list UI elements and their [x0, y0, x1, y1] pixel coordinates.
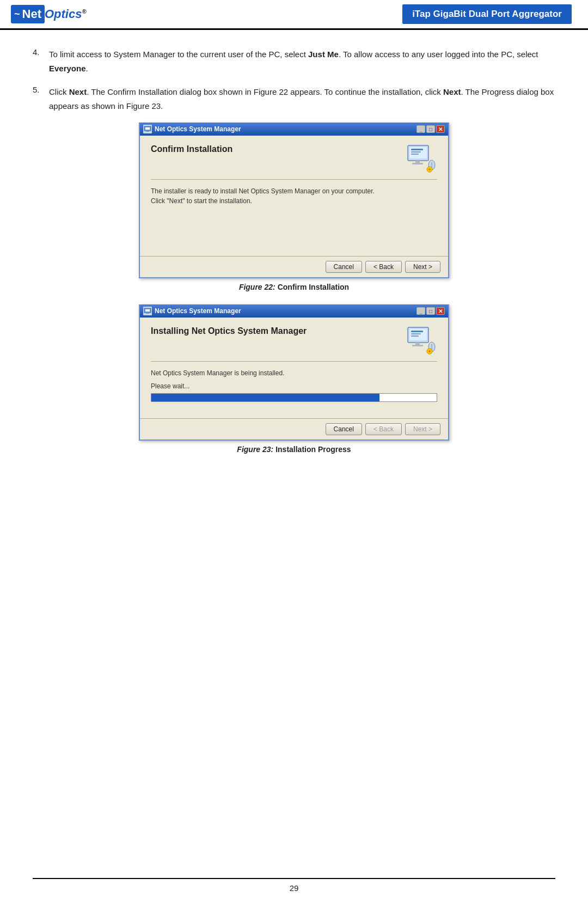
dialog1-section-title: Confirm Installation: [151, 144, 232, 154]
svg-rect-5: [411, 149, 423, 150]
dialog2-title: Net Optics System Manager: [155, 307, 241, 315]
dialog1-header-row: Confirm Installation: [151, 144, 437, 173]
dialog2-divider: [151, 361, 437, 362]
header-title: iTap GigaBit Dual Port Aggregator: [402, 4, 572, 24]
logo-net-text: Net: [22, 7, 41, 21]
dialog1-maximize-button[interactable]: □: [426, 125, 435, 133]
figure22-caption: Figure 22: Confirm Installation: [33, 283, 555, 291]
dialog2-titlebar: Net Optics System Manager _ □ ✕: [140, 304, 448, 318]
dialog1-cancel-button[interactable]: Cancel: [326, 261, 362, 273]
dialog1-window-controls[interactable]: _ □ ✕: [416, 125, 445, 133]
figure23-caption: Figure 23: Installation Progress: [33, 445, 555, 454]
dialog2-maximize-button[interactable]: □: [426, 307, 435, 315]
svg-rect-7: [411, 154, 419, 155]
dialog1-divider: [151, 179, 437, 180]
svg-rect-9: [412, 163, 423, 164]
dialog2-text1: Net Optics System Manager is being insta…: [151, 369, 437, 377]
dialog2-window-controls[interactable]: _ □ ✕: [416, 307, 445, 315]
dialog-confirm-installation: Net Optics System Manager _ □ ✕ Confirm …: [139, 123, 449, 278]
logo-optics-text: Optics®: [45, 7, 87, 21]
paragraph-4: 4. To limit access to System Manager to …: [33, 47, 555, 75]
svg-rect-15: [145, 309, 150, 312]
figure22-label: Figure 22:: [239, 283, 275, 291]
paragraph-5: 5. Click Next. The Confirm Installation …: [33, 85, 555, 113]
logo-registered: ®: [82, 8, 86, 15]
svg-rect-21: [411, 335, 419, 337]
para-number-5: 5.: [33, 85, 44, 94]
dialog2-cancel-button[interactable]: Cancel: [326, 423, 362, 435]
svg-rect-6: [411, 151, 421, 152]
dialog1-text2: Click "Next" to start the installation.: [151, 197, 437, 205]
figure22-text: Confirm Installation: [278, 283, 349, 291]
para-text-4: To limit access to System Manager to the…: [49, 47, 555, 75]
svg-rect-19: [411, 331, 423, 332]
dialog1-footer: Cancel < Back Next >: [140, 256, 448, 277]
dialog1-title: Net Optics System Manager: [155, 125, 241, 133]
dialog2-icon: [143, 307, 152, 315]
dialog1-icon: [143, 125, 152, 133]
dialog2-footer: Cancel < Back Next >: [140, 418, 448, 440]
dialog2-text2: Please wait...: [151, 382, 437, 390]
logo-net: ~ Net: [11, 5, 45, 23]
page-footer: 29: [33, 878, 555, 893]
dialog2-next-button[interactable]: Next >: [405, 423, 440, 435]
svg-rect-23: [412, 345, 423, 346]
svg-rect-2: [146, 131, 149, 132]
svg-point-27: [428, 350, 431, 352]
dialog1-close-button[interactable]: ✕: [436, 125, 445, 133]
dialog2-computer-icon: [406, 326, 437, 355]
figure23-label: Figure 23:: [237, 445, 273, 454]
svg-rect-16: [146, 313, 149, 314]
dialog2-header-row: Installing Net Optics System Manager: [151, 326, 437, 355]
svg-rect-1: [145, 127, 150, 130]
dialog2-back-button[interactable]: < Back: [365, 423, 402, 435]
dialog1-text1: The installer is ready to install Net Op…: [151, 187, 437, 195]
svg-point-13: [428, 168, 431, 170]
svg-rect-20: [411, 333, 421, 334]
page-number: 29: [290, 883, 299, 893]
dialog2-body: Installing Net Optics System Manager: [140, 318, 448, 407]
para-number-4: 4.: [33, 47, 44, 57]
dialog2-minimize-button[interactable]: _: [416, 307, 425, 315]
dialog-installing: Net Optics System Manager _ □ ✕ Installi…: [139, 304, 449, 441]
dialog1-back-button[interactable]: < Back: [365, 261, 402, 273]
dialog1-body: Confirm Installation: [140, 136, 448, 212]
dialog1-next-button[interactable]: Next >: [405, 261, 440, 273]
dialog1-titlebar: Net Optics System Manager _ □ ✕: [140, 123, 448, 136]
logo: ~ Net Optics®: [11, 5, 87, 23]
dialog2-close-button[interactable]: ✕: [436, 307, 445, 315]
dialog1-minimize-button[interactable]: _: [416, 125, 425, 133]
dialog2-progress-fill: [151, 394, 379, 401]
dialog1-computer-icon: [406, 144, 437, 173]
para-text-5: Click Next. The Confirm Installation dia…: [49, 85, 555, 113]
figure23-text: Installation Progress: [275, 445, 351, 454]
dialog2-section-title: Installing Net Optics System Manager: [151, 326, 307, 336]
logo-tilde-icon: ~: [14, 9, 20, 20]
dialog2-progress-bar: [151, 393, 437, 402]
page-header: ~ Net Optics® iTap GigaBit Dual Port Agg…: [0, 0, 588, 30]
